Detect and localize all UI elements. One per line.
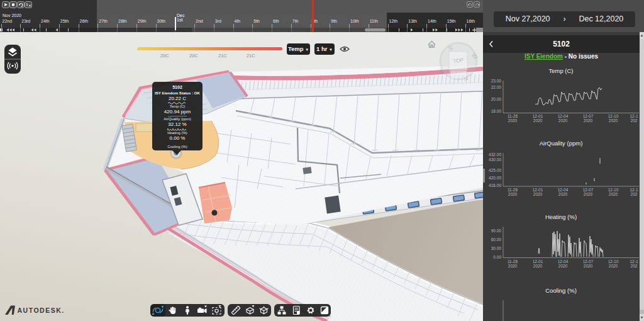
svg-text:18.00: 18.00 [491,109,502,113]
svg-text:11-28: 11-28 [508,259,518,264]
svg-text:2020: 2020 [533,192,543,196]
svg-text:202: 202 [631,118,638,123]
svg-text:0.00: 0.00 [493,255,501,259]
svg-text:2020: 2020 [609,118,618,123]
svg-text:2020: 2020 [558,118,568,123]
svg-text:2020: 2020 [584,192,593,196]
svg-text:90.00: 90.00 [491,228,502,233]
svg-text:12-10: 12-10 [608,188,619,192]
svg-text:432.00: 432.00 [489,152,501,157]
svg-text:60.00: 60.00 [491,237,502,242]
svg-text:2020: 2020 [609,192,618,196]
svg-text:12-07: 12-07 [583,114,594,118]
svg-text:23.00: 23.00 [491,79,502,83]
svg-text:12-01: 12-01 [533,114,543,118]
svg-text:416.00: 416.00 [489,183,501,188]
svg-text:30.00: 30.00 [491,246,502,251]
svg-text:Temp (C): Temp (C) [548,67,573,74]
svg-text:2020: 2020 [609,264,618,268]
svg-text:425.00: 425.00 [489,168,501,172]
svg-text:20.00: 20.00 [491,97,502,101]
svg-text:2020: 2020 [584,118,593,123]
svg-text:12-04: 12-04 [558,114,569,118]
svg-text:2020: 2020 [558,192,568,196]
svg-text:2020: 2020 [508,192,518,196]
svg-text:AirQuality (ppm): AirQuality (ppm) [540,140,583,147]
svg-text:2020: 2020 [508,264,518,268]
svg-text:202: 202 [631,192,638,196]
svg-text:2020: 2020 [558,264,568,268]
svg-text:12-04: 12-04 [558,188,569,192]
svg-text:22.00: 22.00 [491,85,502,89]
svg-text:12-07: 12-07 [583,259,594,264]
svg-text:12-04: 12-04 [558,259,569,264]
svg-text:12-1: 12-1 [630,259,638,264]
svg-text:12-01: 12-01 [533,259,543,264]
svg-text:12-1: 12-1 [630,188,638,192]
svg-text:2020: 2020 [533,264,543,268]
svg-text:430.00: 430.00 [489,157,501,162]
svg-text:12-1: 12-1 [630,114,638,118]
svg-text:12-01: 12-01 [533,188,543,192]
svg-text:Heating (%): Heating (%) [545,213,577,220]
svg-text:202: 202 [631,264,638,268]
svg-text:12-10: 12-10 [608,259,619,264]
svg-text:2020: 2020 [584,264,593,268]
svg-text:AUTODESK.: AUTODESK. [18,307,65,314]
svg-text:11-28: 11-28 [508,114,518,118]
svg-text:12-07: 12-07 [583,188,594,192]
svg-text:2020: 2020 [508,118,518,123]
svg-text:11-28: 11-28 [508,188,518,192]
svg-text:Cooling (%): Cooling (%) [545,287,577,294]
svg-text:420.00: 420.00 [489,176,501,180]
svg-text:2020: 2020 [533,118,543,123]
svg-text:12-10: 12-10 [608,114,619,118]
